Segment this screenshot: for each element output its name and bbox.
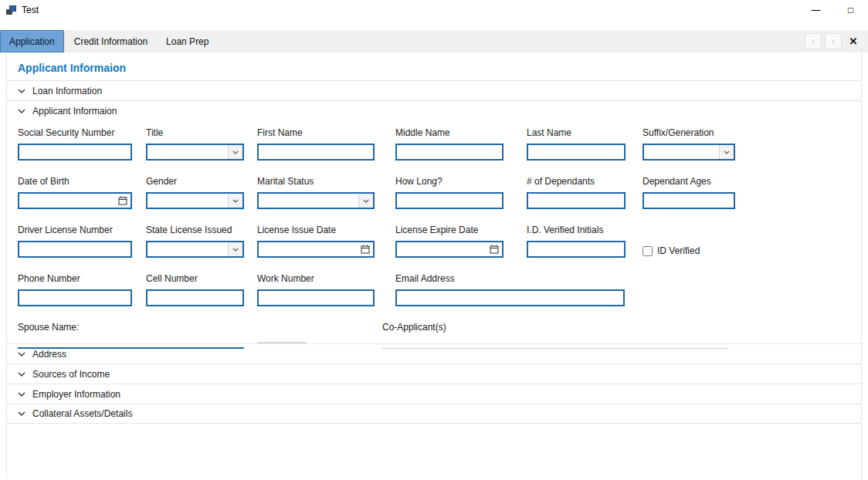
ssn-input[interactable] xyxy=(18,144,132,161)
gender-label: Gender xyxy=(146,176,244,187)
tab-loan-prep[interactable]: Loan Prep xyxy=(158,30,217,52)
app-icon xyxy=(6,5,17,15)
id-verified-initials-input[interactable] xyxy=(527,241,626,258)
last-name-input[interactable] xyxy=(527,144,626,161)
calendar-icon[interactable] xyxy=(115,194,131,208)
chevron-down-icon[interactable] xyxy=(719,145,734,159)
license-expire-date-label: License Expire Date xyxy=(395,225,504,235)
section-label: Address xyxy=(32,349,66,360)
section-header-applicant-information[interactable]: Applicant Informaion xyxy=(7,101,861,121)
dependant-ages-input[interactable] xyxy=(643,192,735,209)
chevron-down-icon xyxy=(18,392,25,397)
cell-number-input[interactable] xyxy=(146,289,244,306)
gender-select[interactable] xyxy=(146,192,244,209)
id-verified-initials-label: I.D. Verified Initials xyxy=(527,225,626,235)
tab-strip: Application Credit Information Loan Prep… xyxy=(0,30,868,52)
title-bar: Test — □ xyxy=(0,0,868,20)
cell-number-label: Cell Number xyxy=(146,273,244,284)
chevron-down-icon[interactable] xyxy=(228,145,242,159)
spouse-name-label: Spouse Name: xyxy=(18,322,244,333)
middle-name-input[interactable] xyxy=(395,144,504,161)
chevron-down-icon[interactable] xyxy=(358,194,373,208)
driver-license-input[interactable] xyxy=(18,241,132,258)
chevron-down-icon xyxy=(18,89,25,93)
marital-status-select[interactable] xyxy=(257,192,375,209)
spouse-extra-underline xyxy=(257,332,306,343)
email-address-label: Email Address xyxy=(395,273,625,284)
calendar-icon[interactable] xyxy=(358,242,373,256)
license-issue-datepicker[interactable] xyxy=(257,241,375,258)
dependants-label: # of Dependants xyxy=(527,176,626,187)
marital-status-label: Marital Status xyxy=(257,176,375,187)
license-expire-datepicker[interactable] xyxy=(395,241,504,258)
tab-scroll-left-button[interactable]: ‹ xyxy=(805,33,822,49)
state-license-select[interactable] xyxy=(146,241,244,258)
dependant-ages-label: Dependant Ages xyxy=(643,176,735,187)
spouse-name-field: Spouse Name: xyxy=(18,322,244,343)
dob-datepicker[interactable] xyxy=(18,192,132,209)
work-number-input[interactable] xyxy=(257,289,375,306)
chevron-down-icon xyxy=(18,109,25,113)
first-name-label: First Name xyxy=(257,127,375,138)
phone-number-label: Phone Number xyxy=(18,273,132,284)
section-label: Loan Information xyxy=(32,86,102,96)
id-verified-label: ID Verified xyxy=(657,245,700,256)
section-label: Applicant Informaion xyxy=(32,106,117,117)
suffix-label: Suffix/Generation xyxy=(643,127,735,138)
state-license-label: State License Issued xyxy=(146,225,244,235)
chevron-down-icon xyxy=(18,372,25,377)
chevron-down-icon[interactable] xyxy=(228,194,242,208)
first-name-input[interactable] xyxy=(257,144,375,161)
suffix-select[interactable] xyxy=(643,144,735,161)
section-label: Sources of Income xyxy=(32,369,110,380)
middle-name-label: Middle Name xyxy=(395,127,504,138)
minimize-button[interactable]: — xyxy=(798,0,833,20)
chevron-down-icon xyxy=(18,411,25,416)
dob-label: Date of Birth xyxy=(18,176,132,187)
close-tab-button[interactable]: ✕ xyxy=(845,33,862,49)
chevron-down-icon[interactable] xyxy=(228,242,242,256)
spouse-name-input[interactable] xyxy=(18,337,244,349)
dependants-input[interactable] xyxy=(527,192,626,209)
how-long-input[interactable] xyxy=(395,192,504,209)
maximize-button[interactable]: □ xyxy=(833,0,868,20)
id-verified-checkbox[interactable] xyxy=(643,246,653,256)
section-header-loan-information[interactable]: Loan Information xyxy=(7,81,861,101)
co-applicants-field: Co-Applicant(s) xyxy=(382,322,729,343)
tab-credit-information[interactable]: Credit Information xyxy=(66,30,156,52)
tab-scroll-right-button[interactable]: › xyxy=(825,33,842,49)
co-applicants-label: Co-Applicant(s) xyxy=(382,322,729,333)
id-verified-checkbox-field: ID Verified xyxy=(643,225,700,256)
license-issue-date-label: License Issue Date xyxy=(257,225,375,235)
section-header-collateral[interactable]: Collateral Assets/Details xyxy=(7,404,861,424)
tab-application[interactable]: Application xyxy=(0,30,64,52)
window-title: Test xyxy=(22,5,39,15)
section-label: Employer Information xyxy=(32,389,120,400)
page-title: Applicant Informaion xyxy=(7,52,861,81)
section-label: Collateral Assets/Details xyxy=(32,408,132,419)
ssn-label: Social Security Number xyxy=(18,127,132,138)
co-applicants-input[interactable] xyxy=(382,337,729,349)
calendar-icon[interactable] xyxy=(487,242,502,256)
driver-license-label: Driver License Number xyxy=(18,225,132,235)
section-header-sources-of-income[interactable]: Sources of Income xyxy=(7,363,861,384)
title-select[interactable] xyxy=(146,144,244,161)
phone-number-input[interactable] xyxy=(18,289,132,306)
section-header-employer-information[interactable]: Employer Information xyxy=(7,384,861,404)
chevron-down-icon xyxy=(18,352,25,357)
applicant-form: Social Security Number Title First Name … xyxy=(7,121,861,343)
last-name-label: Last Name xyxy=(527,127,626,138)
title-label: Title xyxy=(146,127,244,138)
email-address-input[interactable] xyxy=(395,289,625,306)
content-panel: Applicant Informaion Loan Information Ap… xyxy=(6,52,862,479)
how-long-label: How Long? xyxy=(395,176,504,187)
work-number-label: Work Number xyxy=(257,273,375,284)
